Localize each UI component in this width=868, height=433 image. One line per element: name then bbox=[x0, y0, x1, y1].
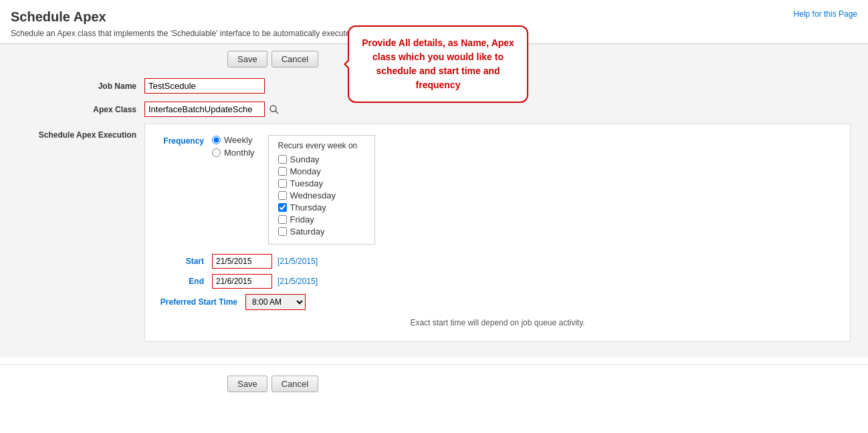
friday-label: Friday bbox=[290, 214, 314, 225]
wednesday-label: Wednesday bbox=[290, 190, 336, 200]
schedule-content: Frequency Weekly Monthly Recurs e bbox=[144, 124, 851, 341]
thursday-label: Thursday bbox=[290, 202, 326, 212]
bottom-toolbar: Save Cancel bbox=[0, 364, 868, 403]
apex-class-input[interactable] bbox=[144, 102, 265, 117]
day-wednesday: Wednesday bbox=[278, 190, 365, 200]
start-date-link[interactable]: [21/5/2015] bbox=[278, 257, 318, 266]
monday-checkbox[interactable] bbox=[278, 167, 287, 176]
thursday-checkbox[interactable] bbox=[278, 203, 287, 212]
day-sunday: Sunday bbox=[278, 154, 365, 164]
page-title: Schedule Apex bbox=[11, 9, 106, 25]
end-date-input[interactable] bbox=[212, 274, 272, 289]
frequency-label: Frequency bbox=[158, 135, 212, 146]
recurs-box: Recurs every week on Sunday Monday Tuesd… bbox=[268, 135, 375, 245]
sunday-checkbox[interactable] bbox=[278, 155, 287, 164]
weekly-option[interactable]: Weekly bbox=[212, 135, 255, 145]
start-date-input[interactable] bbox=[212, 254, 272, 269]
day-friday: Friday bbox=[278, 214, 365, 225]
day-thursday: Thursday bbox=[278, 202, 365, 212]
apex-class-label: Apex Class bbox=[11, 105, 144, 114]
preferred-time-label: Preferred Start Time bbox=[158, 297, 245, 307]
form-area: Job Name Apex Class Schedule Apex Execut… bbox=[0, 74, 868, 357]
start-row: Start [21/5/2015] bbox=[158, 254, 837, 269]
end-date-link[interactable]: [21/5/2015] bbox=[278, 277, 318, 286]
apex-class-field-group bbox=[144, 102, 281, 117]
recurs-title: Recurs every week on bbox=[278, 141, 365, 150]
day-monday: Monday bbox=[278, 166, 365, 176]
schedule-apex-label: Schedule Apex Execution bbox=[11, 124, 144, 341]
help-link[interactable]: Help for this Page bbox=[794, 9, 857, 19]
tooltip-callout: Provide All details, as Name, Apex class… bbox=[348, 25, 528, 103]
frequency-options: Weekly Monthly bbox=[212, 135, 255, 158]
end-label: End bbox=[158, 277, 212, 286]
bottom-cancel-button[interactable]: Cancel bbox=[272, 376, 318, 392]
monthly-label: Monthly bbox=[224, 148, 255, 158]
tuesday-label: Tuesday bbox=[290, 178, 323, 188]
frequency-row: Frequency Weekly Monthly Recurs e bbox=[158, 135, 837, 245]
day-tuesday: Tuesday bbox=[278, 178, 365, 188]
magnifier-icon bbox=[269, 104, 280, 115]
end-row: End [21/5/2015] bbox=[158, 274, 837, 289]
bottom-save-button[interactable]: Save bbox=[227, 376, 267, 392]
monday-label: Monday bbox=[290, 166, 321, 176]
top-save-button[interactable]: Save bbox=[227, 51, 267, 67]
top-cancel-button[interactable]: Cancel bbox=[272, 51, 318, 67]
tooltip-text: Provide All details, as Name, Apex class… bbox=[362, 37, 514, 90]
saturday-label: Saturday bbox=[290, 227, 325, 237]
job-name-label: Job Name bbox=[11, 82, 144, 91]
sunday-label: Sunday bbox=[290, 154, 320, 164]
friday-checkbox[interactable] bbox=[278, 215, 287, 224]
apex-class-search-button[interactable] bbox=[267, 103, 281, 116]
svg-line-1 bbox=[276, 111, 278, 114]
job-name-input[interactable] bbox=[144, 78, 265, 94]
schedule-execution-row: Schedule Apex Execution Frequency Weekly… bbox=[0, 121, 868, 344]
monthly-option[interactable]: Monthly bbox=[212, 148, 255, 158]
svg-point-0 bbox=[270, 106, 276, 112]
weekly-radio[interactable] bbox=[212, 136, 221, 144]
tuesday-checkbox[interactable] bbox=[278, 179, 287, 188]
weekly-label: Weekly bbox=[224, 135, 252, 145]
queue-note: Exact start time will depend on job queu… bbox=[158, 318, 837, 327]
wednesday-checkbox[interactable] bbox=[278, 191, 287, 200]
monthly-radio[interactable] bbox=[212, 148, 221, 157]
saturday-checkbox[interactable] bbox=[278, 227, 287, 236]
day-saturday: Saturday bbox=[278, 227, 365, 237]
preferred-time-row: Preferred Start Time 12:00 AM1:00 AM2:00… bbox=[158, 294, 837, 310]
start-label: Start bbox=[158, 257, 212, 266]
preferred-time-select[interactable]: 12:00 AM1:00 AM2:00 AM3:00 AM4:00 AM5:00… bbox=[245, 294, 306, 310]
